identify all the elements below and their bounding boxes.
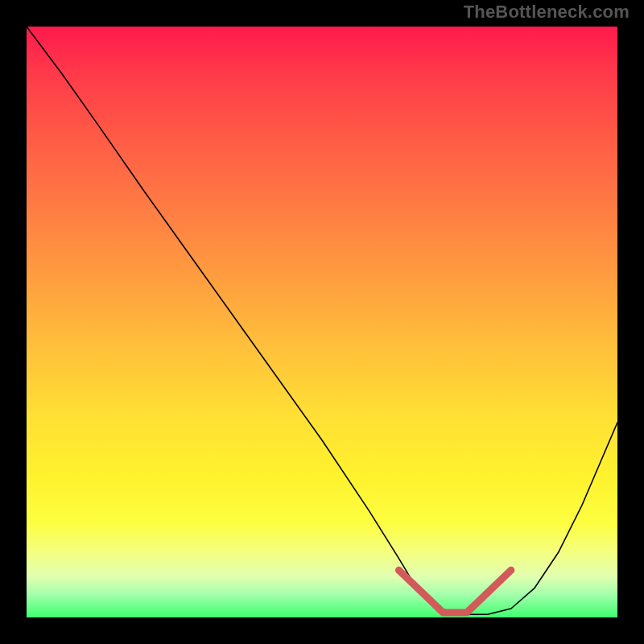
highlight-segment bbox=[398, 570, 511, 613]
curve-svg bbox=[27, 27, 617, 617]
chart-frame: TheBottleneck.com bbox=[0, 0, 644, 644]
bottleneck-curve bbox=[27, 27, 617, 614]
watermark-text: TheBottleneck.com bbox=[464, 2, 630, 23]
plot-area bbox=[27, 27, 617, 617]
